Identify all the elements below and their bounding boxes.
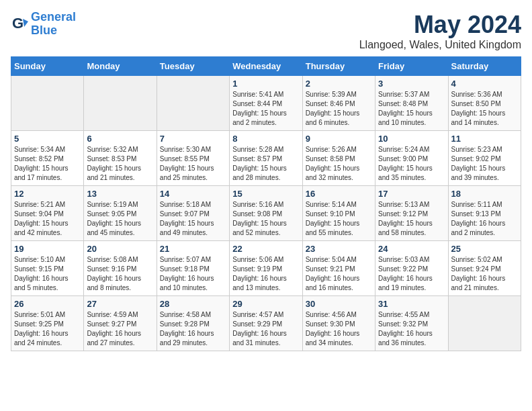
day-info: Sunrise: 5:19 AMSunset: 9:05 PMDaylight:… bbox=[87, 200, 153, 238]
calendar-cell: 3Sunrise: 5:37 AMSunset: 8:48 PMDaylight… bbox=[375, 76, 448, 131]
calendar-header: SundayMondayTuesdayWednesdayThursdayFrid… bbox=[11, 57, 521, 76]
day-number: 13 bbox=[87, 189, 153, 199]
day-number: 21 bbox=[160, 244, 226, 254]
day-info: Sunrise: 5:04 AMSunset: 9:21 PMDaylight:… bbox=[306, 255, 372, 293]
day-number: 1 bbox=[232, 79, 299, 89]
day-number: 25 bbox=[451, 244, 518, 254]
day-info: Sunrise: 5:08 AMSunset: 9:16 PMDaylight:… bbox=[87, 255, 153, 293]
calendar-cell bbox=[448, 296, 521, 351]
day-info: Sunrise: 4:56 AMSunset: 9:30 PMDaylight:… bbox=[306, 310, 372, 348]
day-number: 2 bbox=[306, 79, 372, 89]
day-info: Sunrise: 4:57 AMSunset: 9:29 PMDaylight:… bbox=[232, 310, 299, 348]
calendar-cell: 7Sunrise: 5:30 AMSunset: 8:55 PMDaylight… bbox=[157, 131, 229, 186]
calendar-cell: 19Sunrise: 5:10 AMSunset: 9:15 PMDayligh… bbox=[11, 241, 84, 296]
calendar-cell: 10Sunrise: 5:24 AMSunset: 9:00 PMDayligh… bbox=[375, 131, 448, 186]
day-number: 28 bbox=[160, 299, 226, 309]
logo-icon: G bbox=[11, 15, 30, 34]
calendar-cell: 29Sunrise: 4:57 AMSunset: 9:29 PMDayligh… bbox=[230, 296, 302, 351]
day-number: 19 bbox=[14, 244, 81, 254]
day-number: 26 bbox=[14, 299, 81, 309]
calendar-cell: 16Sunrise: 5:14 AMSunset: 9:10 PMDayligh… bbox=[302, 186, 375, 241]
calendar-cell: 25Sunrise: 5:02 AMSunset: 9:24 PMDayligh… bbox=[448, 241, 521, 296]
calendar-cell: 15Sunrise: 5:16 AMSunset: 9:08 PMDayligh… bbox=[230, 186, 302, 241]
calendar-cell bbox=[157, 76, 229, 131]
day-number: 10 bbox=[378, 134, 445, 144]
week-row: 1Sunrise: 5:41 AMSunset: 8:44 PMDaylight… bbox=[11, 76, 521, 131]
calendar-cell: 23Sunrise: 5:04 AMSunset: 9:21 PMDayligh… bbox=[302, 241, 375, 296]
calendar-cell: 14Sunrise: 5:18 AMSunset: 9:07 PMDayligh… bbox=[157, 186, 229, 241]
calendar-cell: 9Sunrise: 5:26 AMSunset: 8:58 PMDaylight… bbox=[302, 131, 375, 186]
day-number: 22 bbox=[232, 244, 299, 254]
calendar-cell: 11Sunrise: 5:23 AMSunset: 9:02 PMDayligh… bbox=[448, 131, 521, 186]
day-info: Sunrise: 5:24 AMSunset: 9:00 PMDaylight:… bbox=[378, 145, 445, 183]
day-info: Sunrise: 5:34 AMSunset: 8:52 PMDaylight:… bbox=[14, 145, 81, 183]
day-info: Sunrise: 5:36 AMSunset: 8:50 PMDaylight:… bbox=[451, 90, 518, 128]
week-row: 5Sunrise: 5:34 AMSunset: 8:52 PMDaylight… bbox=[11, 131, 521, 186]
day-info: Sunrise: 5:28 AMSunset: 8:57 PMDaylight:… bbox=[232, 145, 299, 183]
day-info: Sunrise: 5:37 AMSunset: 8:48 PMDaylight:… bbox=[378, 90, 445, 128]
day-info: Sunrise: 5:30 AMSunset: 8:55 PMDaylight:… bbox=[160, 145, 226, 183]
week-row: 19Sunrise: 5:10 AMSunset: 9:15 PMDayligh… bbox=[11, 241, 521, 296]
weekday-wednesday: Wednesday bbox=[230, 57, 302, 76]
calendar-cell: 28Sunrise: 4:58 AMSunset: 9:28 PMDayligh… bbox=[157, 296, 229, 351]
calendar-cell: 20Sunrise: 5:08 AMSunset: 9:16 PMDayligh… bbox=[84, 241, 157, 296]
day-info: Sunrise: 5:07 AMSunset: 9:18 PMDaylight:… bbox=[160, 255, 226, 293]
day-number: 16 bbox=[306, 189, 372, 199]
calendar-cell: 22Sunrise: 5:06 AMSunset: 9:19 PMDayligh… bbox=[230, 241, 302, 296]
calendar-cell: 30Sunrise: 4:56 AMSunset: 9:30 PMDayligh… bbox=[302, 296, 375, 351]
day-number: 29 bbox=[232, 299, 299, 309]
day-info: Sunrise: 4:58 AMSunset: 9:28 PMDaylight:… bbox=[160, 310, 226, 348]
day-info: Sunrise: 5:06 AMSunset: 9:19 PMDaylight:… bbox=[232, 255, 299, 293]
day-info: Sunrise: 4:59 AMSunset: 9:27 PMDaylight:… bbox=[87, 310, 153, 348]
day-number: 17 bbox=[378, 189, 445, 199]
calendar-cell: 18Sunrise: 5:11 AMSunset: 9:13 PMDayligh… bbox=[448, 186, 521, 241]
day-info: Sunrise: 5:11 AMSunset: 9:13 PMDaylight:… bbox=[451, 200, 518, 238]
day-number: 12 bbox=[14, 189, 81, 199]
logo-name: General Blue bbox=[31, 11, 76, 38]
day-number: 6 bbox=[87, 134, 153, 144]
calendar-cell: 24Sunrise: 5:03 AMSunset: 9:22 PMDayligh… bbox=[375, 241, 448, 296]
day-info: Sunrise: 5:39 AMSunset: 8:46 PMDaylight:… bbox=[306, 90, 372, 128]
calendar-cell: 21Sunrise: 5:07 AMSunset: 9:18 PMDayligh… bbox=[157, 241, 229, 296]
weekday-tuesday: Tuesday bbox=[157, 57, 229, 76]
day-info: Sunrise: 4:55 AMSunset: 9:32 PMDaylight:… bbox=[378, 310, 445, 348]
day-info: Sunrise: 5:14 AMSunset: 9:10 PMDaylight:… bbox=[306, 200, 372, 238]
month-title: May 2024 bbox=[359, 11, 521, 39]
day-number: 4 bbox=[451, 79, 518, 89]
day-number: 9 bbox=[306, 134, 372, 144]
day-info: Sunrise: 5:10 AMSunset: 9:15 PMDaylight:… bbox=[14, 255, 81, 293]
header: G General Blue May 2024 Llangoed, Wales,… bbox=[11, 11, 521, 51]
calendar-cell: 6Sunrise: 5:32 AMSunset: 8:53 PMDaylight… bbox=[84, 131, 157, 186]
weekday-monday: Monday bbox=[84, 57, 157, 76]
day-number: 20 bbox=[87, 244, 153, 254]
day-number: 7 bbox=[160, 134, 226, 144]
weekday-friday: Friday bbox=[375, 57, 448, 76]
day-number: 23 bbox=[306, 244, 372, 254]
calendar-table: SundayMondayTuesdayWednesdayThursdayFrid… bbox=[11, 56, 521, 351]
calendar-cell: 13Sunrise: 5:19 AMSunset: 9:05 PMDayligh… bbox=[84, 186, 157, 241]
day-info: Sunrise: 5:18 AMSunset: 9:07 PMDaylight:… bbox=[160, 200, 226, 238]
calendar-cell: 27Sunrise: 4:59 AMSunset: 9:27 PMDayligh… bbox=[84, 296, 157, 351]
title-area: May 2024 Llangoed, Wales, United Kingdom bbox=[359, 11, 521, 51]
day-info: Sunrise: 5:13 AMSunset: 9:12 PMDaylight:… bbox=[378, 200, 445, 238]
calendar-cell: 12Sunrise: 5:21 AMSunset: 9:04 PMDayligh… bbox=[11, 186, 84, 241]
calendar-cell: 26Sunrise: 5:01 AMSunset: 9:25 PMDayligh… bbox=[11, 296, 84, 351]
day-info: Sunrise: 5:02 AMSunset: 9:24 PMDaylight:… bbox=[451, 255, 518, 293]
day-info: Sunrise: 5:23 AMSunset: 9:02 PMDaylight:… bbox=[451, 145, 518, 183]
calendar-cell: 31Sunrise: 4:55 AMSunset: 9:32 PMDayligh… bbox=[375, 296, 448, 351]
day-number: 24 bbox=[378, 244, 445, 254]
day-number: 14 bbox=[160, 189, 226, 199]
logo: G General Blue bbox=[11, 11, 76, 38]
day-number: 30 bbox=[306, 299, 372, 309]
weekday-thursday: Thursday bbox=[302, 57, 375, 76]
day-info: Sunrise: 5:41 AMSunset: 8:44 PMDaylight:… bbox=[232, 90, 299, 128]
weekday-saturday: Saturday bbox=[448, 57, 521, 76]
calendar-cell bbox=[84, 76, 157, 131]
day-info: Sunrise: 5:01 AMSunset: 9:25 PMDaylight:… bbox=[14, 310, 81, 348]
calendar-cell: 17Sunrise: 5:13 AMSunset: 9:12 PMDayligh… bbox=[375, 186, 448, 241]
calendar-cell: 2Sunrise: 5:39 AMSunset: 8:46 PMDaylight… bbox=[302, 76, 375, 131]
day-info: Sunrise: 5:21 AMSunset: 9:04 PMDaylight:… bbox=[14, 200, 81, 238]
day-info: Sunrise: 5:16 AMSunset: 9:08 PMDaylight:… bbox=[232, 200, 299, 238]
calendar-cell: 1Sunrise: 5:41 AMSunset: 8:44 PMDaylight… bbox=[230, 76, 302, 131]
weekday-row: SundayMondayTuesdayWednesdayThursdayFrid… bbox=[11, 57, 521, 76]
